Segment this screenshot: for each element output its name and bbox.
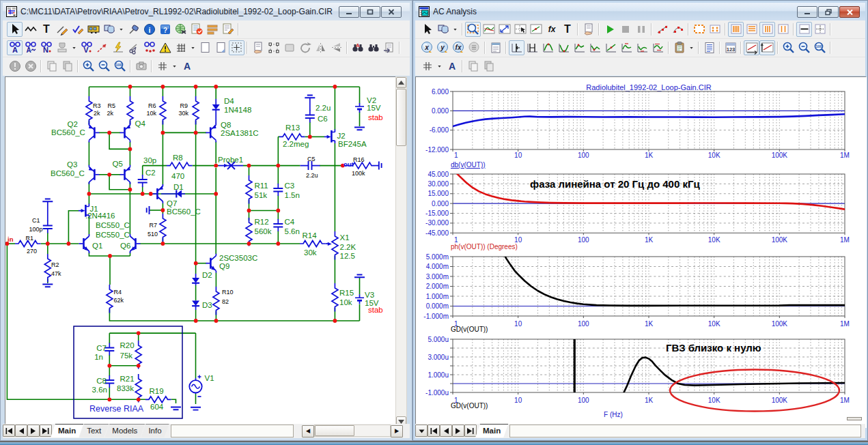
ac-cur-high-button[interactable] bbox=[572, 40, 587, 55]
sch-doc-corner-button[interactable] bbox=[213, 40, 229, 55]
ac-restore-button[interactable] bbox=[818, 6, 839, 18]
signal-label-plot4[interactable]: GD(v(OUT)) bbox=[451, 402, 488, 410]
sch-copy-gray2-button[interactable] bbox=[59, 59, 75, 74]
sch-tab-text[interactable]: Text bbox=[79, 424, 109, 437]
ac-zoom-in-button[interactable] bbox=[781, 40, 796, 55]
sch-dd-dropdown-icon[interactable] bbox=[170, 59, 179, 74]
sch-scissors-button[interactable] bbox=[126, 40, 141, 55]
ac-hline-plot-button[interactable] bbox=[796, 22, 812, 37]
sch-font-A-button[interactable]: A bbox=[179, 59, 195, 74]
ac-point-slope-button[interactable] bbox=[528, 22, 544, 37]
minimize-button[interactable] bbox=[339, 6, 359, 18]
ac-doc-lines-button[interactable] bbox=[701, 40, 717, 55]
ac-cur-low-button[interactable] bbox=[587, 40, 603, 55]
sch-text-button[interactable]: T bbox=[38, 22, 54, 37]
sch-gray-x-button[interactable] bbox=[23, 59, 38, 74]
signal-label-plot2[interactable]: ph(v(OUT)) (Degrees) bbox=[451, 243, 518, 250]
sch-hand-doc-button[interactable] bbox=[250, 40, 266, 55]
ac-cross-dots-button[interactable] bbox=[812, 22, 828, 37]
hscroll-track[interactable] bbox=[314, 425, 391, 437]
hscroll-left-button[interactable]: ◀ bbox=[302, 425, 314, 437]
sch-line-pencil-button[interactable] bbox=[54, 22, 70, 37]
ac-zoom-out-button[interactable] bbox=[796, 40, 812, 55]
maximize-button[interactable] bbox=[360, 6, 380, 18]
sch-crossbox-button[interactable] bbox=[229, 40, 244, 55]
ac-close-button[interactable] bbox=[839, 6, 860, 18]
sch-info-button[interactable]: i bbox=[141, 22, 157, 37]
schematic-vscrollbar[interactable] bbox=[395, 76, 407, 428]
ac-titlebar[interactable]: AC Analysis bbox=[415, 3, 865, 20]
sch-flip-h-button[interactable] bbox=[313, 40, 328, 55]
hscroll-right-button[interactable]: ▶ bbox=[391, 425, 403, 437]
sch-rotate-gray-button[interactable] bbox=[297, 40, 313, 55]
signal-label-plot3[interactable]: GD(v(OUT)) bbox=[451, 326, 488, 333]
hscroll-thumb[interactable] bbox=[315, 425, 354, 436]
ac-stripes-v-button[interactable] bbox=[728, 22, 744, 37]
sch-bus-button[interactable] bbox=[85, 22, 101, 37]
sch-zoom-in-button[interactable] bbox=[81, 59, 96, 74]
ac-dd-dropdown-icon[interactable] bbox=[451, 22, 460, 37]
ac-axes-cursor-button[interactable] bbox=[512, 22, 528, 37]
ac-four-dots-button[interactable] bbox=[707, 22, 723, 37]
ac-cur-gboth-button[interactable] bbox=[650, 40, 666, 55]
ac-stop-button[interactable] bbox=[617, 22, 633, 37]
ac-shapes-button[interactable] bbox=[435, 22, 451, 37]
sch-check-pencil-button[interactable] bbox=[70, 22, 85, 37]
ac-cur-next-button[interactable] bbox=[524, 40, 540, 55]
ac-pts-red2-button[interactable] bbox=[670, 22, 686, 37]
sch-binoc-button[interactable] bbox=[365, 40, 381, 55]
sch-stamp-button[interactable] bbox=[54, 40, 70, 55]
sch-lightning-button[interactable] bbox=[110, 40, 126, 55]
ac-zoom-100-button[interactable]: 100 bbox=[812, 40, 828, 55]
sch-cur-arrow-button[interactable] bbox=[94, 40, 110, 55]
sch-gray-bang-button[interactable] bbox=[7, 59, 23, 74]
ac-cur-inflect-button[interactable] bbox=[603, 40, 619, 55]
sch-doc-edit-button[interactable] bbox=[220, 22, 236, 37]
ac-dd-dropdown-icon[interactable] bbox=[435, 59, 444, 74]
ac-grid-small-button[interactable] bbox=[419, 59, 435, 74]
ac-props-button[interactable] bbox=[488, 40, 503, 55]
sch-dd-dropdown-icon[interactable] bbox=[117, 22, 126, 37]
ac-minimize-button[interactable] bbox=[797, 6, 817, 18]
sch-pin-button[interactable] bbox=[126, 22, 141, 37]
ac-graph-mini-button[interactable] bbox=[481, 22, 496, 37]
ac-select-button[interactable] bbox=[419, 22, 435, 37]
ac-fx-circle-button[interactable]: fx bbox=[451, 40, 466, 55]
ac-clipboard-button[interactable] bbox=[671, 40, 687, 55]
ac-cur-peak-button[interactable] bbox=[540, 40, 556, 55]
sch-box-gray-button[interactable] bbox=[281, 40, 297, 55]
sch-doc-plain-button[interactable] bbox=[197, 40, 213, 55]
ac-cal-123-button[interactable]: 123 bbox=[723, 40, 738, 55]
ac-scale-x-button[interactable] bbox=[744, 40, 759, 55]
sch-flip-v-button[interactable] bbox=[328, 40, 344, 55]
ac-menu-gray-button[interactable] bbox=[466, 40, 482, 55]
ac-scale-y-button[interactable] bbox=[759, 40, 775, 55]
ac-pts-red-button[interactable] bbox=[654, 22, 670, 37]
close-button[interactable] bbox=[381, 6, 402, 18]
sch-glasses-V-button[interactable]: V bbox=[79, 40, 94, 55]
ac-copy-gray2-button[interactable] bbox=[481, 59, 496, 74]
sch-doc-go-button[interactable] bbox=[381, 40, 397, 55]
ac-tab-scroll-prev-button[interactable] bbox=[440, 425, 452, 437]
ac-tab-scroll-drop-button[interactable] bbox=[415, 425, 428, 437]
scroll-thumb[interactable] bbox=[396, 89, 406, 146]
sch-select-handles-button[interactable] bbox=[266, 40, 281, 55]
ac-stripes-h-button[interactable] bbox=[744, 22, 759, 37]
ac-dd-dropdown-icon[interactable] bbox=[687, 40, 696, 55]
sch-tab-main[interactable]: Main bbox=[51, 424, 83, 437]
sch-shapes-button[interactable] bbox=[101, 22, 117, 37]
sch-grid-small-button[interactable] bbox=[154, 59, 170, 74]
signal-label-plot1[interactable]: db(v(OUT)) bbox=[451, 161, 486, 169]
sch-help-button[interactable]: ? bbox=[157, 22, 173, 37]
ac-stripes-v3-button[interactable] bbox=[775, 22, 791, 37]
ac-text-button[interactable]: T bbox=[559, 22, 575, 37]
sch-glasses-A-button[interactable]: A bbox=[7, 40, 23, 55]
ac-tab-main[interactable]: Main bbox=[475, 424, 508, 437]
sch-tab-models[interactable]: Models bbox=[104, 424, 145, 437]
schematic-titlebar[interactable]: C:\MC11\DATA\Petrov\RIAA\Petrov_RL1992-0… bbox=[3, 3, 410, 20]
sch-binoc-A-button[interactable]: A bbox=[350, 40, 365, 55]
sch-tab-scroll-last-button[interactable] bbox=[40, 425, 52, 437]
sch-zoom-out-button[interactable] bbox=[96, 59, 112, 74]
schematic-canvas[interactable]: R32kR52kR610kR930kQ2BC560_CQ3BC560_CQ4Q5… bbox=[5, 76, 397, 428]
sch-tab-scroll-next-button[interactable] bbox=[27, 425, 40, 437]
